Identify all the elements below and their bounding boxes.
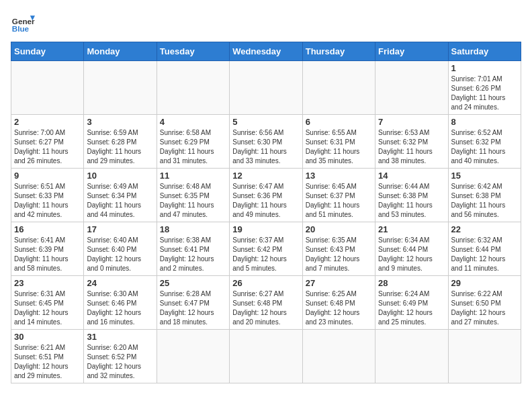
day-info: Sunrise: 6:42 AM Sunset: 6:38 PM Dayligh… <box>451 182 518 220</box>
day-number: 16 <box>14 224 81 234</box>
header: General Blue <box>11 11 521 35</box>
calendar-cell: 15Sunrise: 6:42 AM Sunset: 6:38 PM Dayli… <box>448 169 521 222</box>
calendar-cell: 10Sunrise: 6:49 AM Sunset: 6:34 PM Dayli… <box>84 169 157 222</box>
calendar-cell: 30Sunrise: 6:21 AM Sunset: 6:51 PM Dayli… <box>11 330 84 383</box>
calendar-cell: 22Sunrise: 6:32 AM Sunset: 6:44 PM Dayli… <box>448 222 521 276</box>
day-number: 2 <box>14 117 81 127</box>
calendar-cell: 8Sunrise: 6:52 AM Sunset: 6:32 PM Daylig… <box>448 115 521 169</box>
day-info: Sunrise: 6:38 AM Sunset: 6:41 PM Dayligh… <box>160 236 226 273</box>
day-number: 21 <box>378 224 445 234</box>
day-number: 15 <box>451 171 518 181</box>
day-number: 26 <box>232 278 299 288</box>
calendar-cell: 4Sunrise: 6:58 AM Sunset: 6:29 PM Daylig… <box>157 115 229 169</box>
calendar-cell: 18Sunrise: 6:38 AM Sunset: 6:41 PM Dayli… <box>157 222 229 276</box>
calendar-cell <box>230 61 302 115</box>
calendar-cell <box>375 61 448 115</box>
day-info: Sunrise: 6:21 AM Sunset: 6:51 PM Dayligh… <box>14 343 81 381</box>
calendar-cell: 21Sunrise: 6:34 AM Sunset: 6:44 PM Dayli… <box>375 222 448 276</box>
weekday-header-thursday: Thursday <box>302 42 375 61</box>
day-number: 31 <box>87 332 153 342</box>
day-info: Sunrise: 6:35 AM Sunset: 6:43 PM Dayligh… <box>306 236 372 273</box>
weekday-header-tuesday: Tuesday <box>157 42 229 61</box>
calendar-cell <box>84 61 157 115</box>
day-number: 13 <box>306 171 372 181</box>
day-number: 27 <box>306 278 372 288</box>
day-number: 22 <box>451 224 518 234</box>
calendar-cell <box>157 61 229 115</box>
weekday-header-row: SundayMondayTuesdayWednesdayThursdayFrid… <box>11 42 521 61</box>
calendar-cell <box>230 330 302 383</box>
generalblue-logo-icon: General Blue <box>11 11 35 35</box>
calendar-cell: 27Sunrise: 6:25 AM Sunset: 6:48 PM Dayli… <box>302 276 375 330</box>
day-number: 20 <box>306 224 372 234</box>
day-info: Sunrise: 6:49 AM Sunset: 6:34 PM Dayligh… <box>87 182 153 220</box>
day-info: Sunrise: 6:41 AM Sunset: 6:39 PM Dayligh… <box>14 236 81 273</box>
calendar-cell: 25Sunrise: 6:28 AM Sunset: 6:47 PM Dayli… <box>157 276 229 330</box>
calendar-cell: 13Sunrise: 6:45 AM Sunset: 6:37 PM Dayli… <box>302 169 375 222</box>
day-info: Sunrise: 6:27 AM Sunset: 6:48 PM Dayligh… <box>232 289 299 327</box>
calendar-cell <box>157 330 229 383</box>
day-number: 18 <box>160 224 226 234</box>
calendar-cell: 29Sunrise: 6:22 AM Sunset: 6:50 PM Dayli… <box>448 276 521 330</box>
day-info: Sunrise: 6:59 AM Sunset: 6:28 PM Dayligh… <box>87 128 153 166</box>
calendar-cell: 3Sunrise: 6:59 AM Sunset: 6:28 PM Daylig… <box>84 115 157 169</box>
calendar-cell: 23Sunrise: 6:31 AM Sunset: 6:45 PM Dayli… <box>11 276 84 330</box>
calendar-cell: 16Sunrise: 6:41 AM Sunset: 6:39 PM Dayli… <box>11 222 84 276</box>
day-number: 14 <box>378 171 445 181</box>
day-info: Sunrise: 6:24 AM Sunset: 6:49 PM Dayligh… <box>378 289 445 327</box>
day-info: Sunrise: 6:34 AM Sunset: 6:44 PM Dayligh… <box>378 236 445 273</box>
day-number: 29 <box>451 278 518 288</box>
day-number: 7 <box>378 117 445 127</box>
calendar-cell: 24Sunrise: 6:30 AM Sunset: 6:46 PM Dayli… <box>84 276 157 330</box>
weekday-header-saturday: Saturday <box>448 42 521 61</box>
calendar-cell: 9Sunrise: 6:51 AM Sunset: 6:33 PM Daylig… <box>11 169 84 222</box>
calendar-cell: 7Sunrise: 6:53 AM Sunset: 6:32 PM Daylig… <box>375 115 448 169</box>
weekday-header-friday: Friday <box>375 42 448 61</box>
day-info: Sunrise: 6:32 AM Sunset: 6:44 PM Dayligh… <box>451 236 518 273</box>
calendar-cell: 11Sunrise: 6:48 AM Sunset: 6:35 PM Dayli… <box>157 169 229 222</box>
weekday-header-wednesday: Wednesday <box>230 42 302 61</box>
day-info: Sunrise: 7:01 AM Sunset: 6:26 PM Dayligh… <box>451 75 518 112</box>
day-number: 17 <box>87 224 153 234</box>
day-info: Sunrise: 6:48 AM Sunset: 6:35 PM Dayligh… <box>160 182 226 220</box>
calendar-cell: 6Sunrise: 6:55 AM Sunset: 6:31 PM Daylig… <box>302 115 375 169</box>
calendar-week-row: 30Sunrise: 6:21 AM Sunset: 6:51 PM Dayli… <box>11 330 521 383</box>
day-number: 30 <box>14 332 81 342</box>
day-number: 19 <box>232 224 299 234</box>
day-info: Sunrise: 6:52 AM Sunset: 6:32 PM Dayligh… <box>451 128 518 166</box>
day-info: Sunrise: 6:51 AM Sunset: 6:33 PM Dayligh… <box>14 182 81 220</box>
day-info: Sunrise: 6:55 AM Sunset: 6:31 PM Dayligh… <box>306 128 372 166</box>
day-info: Sunrise: 6:30 AM Sunset: 6:46 PM Dayligh… <box>87 289 153 327</box>
calendar-cell: 1Sunrise: 7:01 AM Sunset: 6:26 PM Daylig… <box>448 61 521 115</box>
calendar-cell <box>448 330 521 383</box>
calendar-week-row: 2Sunrise: 7:00 AM Sunset: 6:27 PM Daylig… <box>11 115 521 169</box>
day-info: Sunrise: 6:53 AM Sunset: 6:32 PM Dayligh… <box>378 128 445 166</box>
day-number: 3 <box>87 117 153 127</box>
calendar-cell <box>375 330 448 383</box>
day-number: 23 <box>14 278 81 288</box>
day-number: 24 <box>87 278 153 288</box>
weekday-header-sunday: Sunday <box>11 42 84 61</box>
day-info: Sunrise: 6:47 AM Sunset: 6:36 PM Dayligh… <box>232 182 299 220</box>
day-number: 12 <box>232 171 299 181</box>
day-number: 11 <box>160 171 226 181</box>
day-info: Sunrise: 6:56 AM Sunset: 6:30 PM Dayligh… <box>232 128 299 166</box>
day-info: Sunrise: 6:58 AM Sunset: 6:29 PM Dayligh… <box>160 128 226 166</box>
day-info: Sunrise: 7:00 AM Sunset: 6:27 PM Dayligh… <box>14 128 81 166</box>
calendar-cell: 28Sunrise: 6:24 AM Sunset: 6:49 PM Dayli… <box>375 276 448 330</box>
calendar-cell: 14Sunrise: 6:44 AM Sunset: 6:38 PM Dayli… <box>375 169 448 222</box>
calendar-cell: 19Sunrise: 6:37 AM Sunset: 6:42 PM Dayli… <box>230 222 302 276</box>
weekday-header-monday: Monday <box>84 42 157 61</box>
day-number: 9 <box>14 171 81 181</box>
calendar-cell: 5Sunrise: 6:56 AM Sunset: 6:30 PM Daylig… <box>230 115 302 169</box>
day-number: 10 <box>87 171 153 181</box>
day-info: Sunrise: 6:28 AM Sunset: 6:47 PM Dayligh… <box>160 289 226 327</box>
day-info: Sunrise: 6:37 AM Sunset: 6:42 PM Dayligh… <box>232 236 299 273</box>
day-info: Sunrise: 6:40 AM Sunset: 6:40 PM Dayligh… <box>87 236 153 273</box>
calendar-cell <box>302 61 375 115</box>
calendar-week-row: 16Sunrise: 6:41 AM Sunset: 6:39 PM Dayli… <box>11 222 521 276</box>
calendar-cell: 26Sunrise: 6:27 AM Sunset: 6:48 PM Dayli… <box>230 276 302 330</box>
calendar-cell: 17Sunrise: 6:40 AM Sunset: 6:40 PM Dayli… <box>84 222 157 276</box>
day-info: Sunrise: 6:22 AM Sunset: 6:50 PM Dayligh… <box>451 289 518 327</box>
calendar-table: SundayMondayTuesdayWednesdayThursdayFrid… <box>11 42 521 383</box>
